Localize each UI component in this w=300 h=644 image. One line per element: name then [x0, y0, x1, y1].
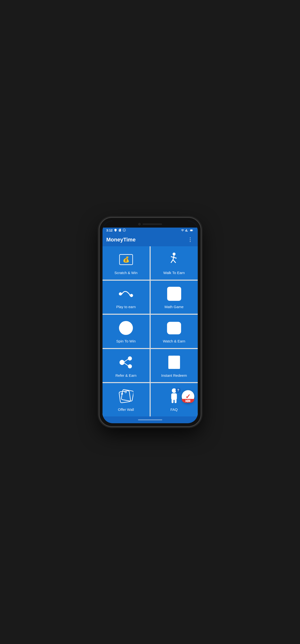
- offer-wall-item[interactable]: Offer Wall: [103, 383, 150, 416]
- phone-screen: 3:12: [103, 221, 198, 423]
- svg-rect-57: [171, 393, 177, 400]
- refer-earn-item[interactable]: Refer & Earn: [103, 349, 150, 382]
- watch-earn-icon: [166, 320, 183, 336]
- spin-to-win-item[interactable]: Spin To Win: [103, 315, 150, 348]
- phone-frame: 3:12: [99, 217, 201, 427]
- front-camera: [138, 223, 141, 226]
- notch: [103, 221, 198, 228]
- svg-point-46: [128, 356, 132, 360]
- battery-icon: [189, 229, 194, 232]
- faq-icon: ?: [166, 388, 183, 405]
- bar2: [186, 400, 187, 402]
- bar4: [188, 400, 189, 402]
- walk-to-earn-label: Walk To Earn: [163, 271, 185, 275]
- wifi-icon: [181, 229, 184, 232]
- speaker: [143, 224, 162, 225]
- offer-wall-label: Offer Wall: [118, 408, 134, 412]
- fab-bar-icon: [182, 399, 194, 403]
- scratch-win-label: Scratch & Win: [114, 271, 138, 275]
- volume-up-button[interactable]: [99, 256, 100, 270]
- math-game-label: Math Game: [164, 305, 183, 309]
- refer-earn-icon: [118, 354, 135, 371]
- offer-wall-icon: [118, 388, 135, 405]
- bar1: [186, 400, 186, 402]
- svg-point-47: [128, 364, 132, 368]
- faceid-icon: [123, 228, 126, 232]
- math-game-item[interactable]: Math Game: [150, 280, 198, 314]
- walk-to-earn-item[interactable]: Walk To Earn: [150, 246, 198, 280]
- svg-text:💰: 💰: [123, 256, 130, 263]
- main-grid: 💰 Scratch & Win Walk To Earn: [103, 246, 198, 416]
- svg-point-12: [119, 292, 122, 296]
- volume-down-button[interactable]: [99, 272, 100, 286]
- spin-to-win-label: Spin To Win: [116, 339, 136, 343]
- sim-icon: [118, 228, 122, 232]
- svg-point-2: [124, 230, 125, 230]
- watch-earn-item[interactable]: Watch & Earn: [150, 315, 198, 348]
- power-button[interactable]: [201, 252, 201, 266]
- app-title: MoneyTime: [106, 236, 136, 243]
- app-bar: MoneyTime ⋮: [103, 233, 198, 246]
- watch-earn-label: Watch & Earn: [163, 339, 185, 343]
- status-time: 3:12: [106, 228, 113, 232]
- svg-point-45: [120, 360, 124, 364]
- walk-to-earn-icon: [166, 251, 183, 268]
- svg-text:?: ?: [177, 388, 179, 392]
- svg-line-9: [171, 260, 173, 263]
- bar5: [189, 400, 190, 402]
- volume-silent-button[interactable]: [99, 244, 100, 253]
- svg-line-10: [173, 260, 176, 263]
- instant-redeem-icon: [166, 354, 183, 371]
- fab-check-button[interactable]: ✓: [182, 390, 194, 403]
- instant-redeem-item[interactable]: Instant Redeem: [150, 349, 198, 382]
- svg-point-26: [125, 327, 127, 329]
- bar3: [187, 400, 188, 402]
- home-indicator[interactable]: [138, 419, 162, 420]
- status-bar: 3:12: [103, 228, 198, 233]
- play-to-earn-label: Play to earn: [116, 305, 136, 309]
- instant-redeem-label: Instant Redeem: [161, 373, 187, 378]
- svg-line-49: [124, 363, 128, 366]
- faq-item[interactable]: ? FAQ ✓: [150, 383, 198, 416]
- svg-rect-58: [171, 399, 173, 403]
- scratch-win-item[interactable]: 💰 Scratch & Win: [103, 246, 150, 280]
- bottom-bar: [103, 416, 198, 423]
- svg-point-7: [173, 253, 176, 256]
- svg-point-0: [123, 229, 126, 232]
- status-right-icons: [181, 229, 194, 232]
- spin-to-win-icon: [118, 320, 135, 336]
- faq-label: FAQ: [170, 408, 177, 412]
- svg-line-48: [124, 359, 128, 362]
- refer-earn-label: Refer & Earn: [115, 373, 137, 378]
- shield-icon: [114, 228, 117, 232]
- menu-button[interactable]: ⋮: [186, 236, 194, 244]
- svg-point-1: [124, 230, 124, 230]
- math-game-icon: [166, 285, 183, 302]
- scratch-win-icon: 💰: [118, 251, 135, 268]
- svg-point-13: [130, 294, 133, 297]
- play-to-earn-icon: [118, 285, 135, 302]
- signal-icon: [185, 229, 188, 232]
- svg-rect-59: [175, 399, 177, 403]
- svg-rect-4: [190, 230, 192, 231]
- play-to-earn-item[interactable]: Play to earn: [103, 280, 150, 314]
